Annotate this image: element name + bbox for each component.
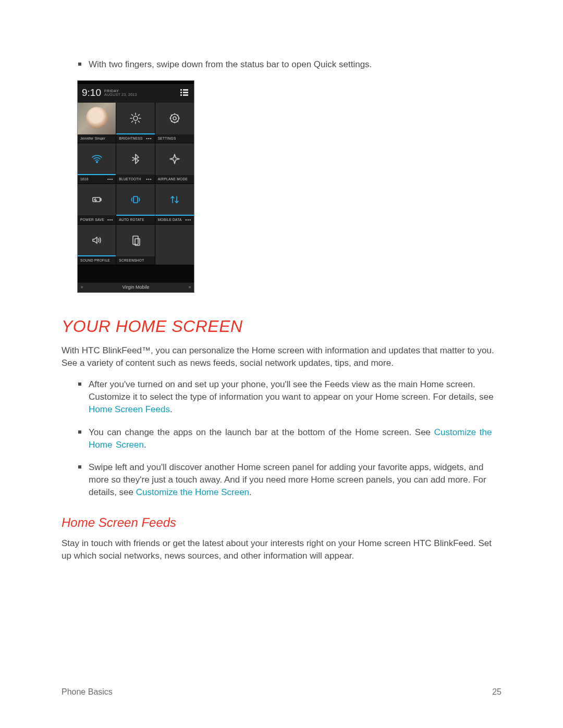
section1-paragraph: With HTC BlinkFeed™, you can personalize… <box>62 344 501 369</box>
bullet3-text-post: . <box>249 487 252 497</box>
qs-tile-label: BLUETOOTH <box>119 177 141 181</box>
avatar <box>86 107 108 129</box>
qs-tile-label: SOUND PROFILE <box>80 258 110 262</box>
list-icon[interactable] <box>180 89 189 97</box>
qs-tile-label: AUTO ROTATE <box>119 218 144 221</box>
qs-tile-wifi[interactable]: 1616••• <box>78 143 116 184</box>
more-dots-icon[interactable]: ••• <box>186 217 191 222</box>
more-dots-icon[interactable]: ••• <box>146 177 152 181</box>
bullet2-text-post: . <box>144 440 146 450</box>
svg-rect-12 <box>93 198 100 202</box>
svg-line-7 <box>131 121 132 122</box>
qs-tile-label: SETTINGS <box>158 137 176 140</box>
intro-bullet-text: With two fingers, swipe down from the st… <box>89 58 372 71</box>
sound-icon <box>91 225 103 256</box>
qs-tile-label: AIRPLANE MODE <box>158 177 188 181</box>
more-dots-icon[interactable]: ••• <box>146 136 152 141</box>
section1-bullet-3: Swipe left and you'll discover another H… <box>78 461 501 498</box>
rotate-icon <box>129 184 142 216</box>
airplane-icon <box>168 143 181 175</box>
qs-tile-label: 1616 <box>80 177 89 181</box>
svg-rect-14 <box>133 196 138 203</box>
more-dots-icon[interactable]: ••• <box>107 177 113 181</box>
section1-bullet-2: You can change the apps on the launch ba… <box>78 426 501 451</box>
svg-point-9 <box>173 117 176 120</box>
bullet1-text-post: . <box>170 404 173 414</box>
phone-time: 9:10 <box>82 87 101 98</box>
phone-date: AUGUST 23, 2013 <box>104 93 137 96</box>
wifi-icon <box>91 143 103 175</box>
svg-line-6 <box>138 121 139 122</box>
svg-line-5 <box>131 114 132 115</box>
more-dots-icon[interactable]: ••• <box>107 217 113 222</box>
qs-tile-brightness[interactable]: BRIGHTNESS••• <box>116 103 155 143</box>
qs-tile-label: SCREENSHOT <box>119 258 144 262</box>
svg-point-10 <box>170 114 179 122</box>
footer-section: Phone Basics <box>62 687 113 697</box>
carrier-row: Virgin Mobile <box>78 282 194 292</box>
bullet-marker <box>78 382 81 386</box>
page-footer: Phone Basics 25 <box>62 687 501 697</box>
section2-paragraph: Stay in touch with friends or get the la… <box>62 537 501 562</box>
qs-tile-settings[interactable]: SETTINGS <box>155 103 194 143</box>
bullet-marker <box>78 63 81 66</box>
qs-tile-label: MOBILE DATA <box>158 218 182 221</box>
qs-tile-empty <box>155 225 194 265</box>
qs-tile-sound[interactable]: SOUND PROFILE <box>78 225 116 265</box>
quick-settings-screenshot: 9:10 FRIDAY AUGUST 23, 2013 Jennifer Sin… <box>77 80 501 293</box>
qs-tile-profile[interactable]: Jennifer Singer <box>78 103 116 143</box>
qs-empty-row <box>78 265 194 282</box>
mobiledata-icon <box>168 184 181 215</box>
bullet-marker <box>78 465 81 468</box>
brightness-icon <box>129 103 142 134</box>
screenshot-icon <box>129 225 142 256</box>
settings-icon <box>168 103 181 134</box>
section-title-home-screen: YOUR HOME SCREEN <box>62 317 501 336</box>
svg-rect-15 <box>133 236 138 244</box>
bullet1-text-pre: After you've turned on and set up your p… <box>89 379 494 402</box>
svg-rect-13 <box>100 199 101 201</box>
qs-tile-label: BRIGHTNESS <box>119 137 142 140</box>
bluetooth-icon <box>129 143 142 175</box>
svg-point-11 <box>96 161 97 163</box>
bullet2-text-pre: You can change the apps on the launch ba… <box>89 427 434 437</box>
intro-bullet: With two fingers, swipe down from the st… <box>78 58 501 71</box>
footer-page-number: 25 <box>492 687 501 697</box>
svg-line-8 <box>138 114 139 115</box>
phone-header: 9:10 FRIDAY AUGUST 23, 2013 <box>78 84 194 103</box>
qs-tile-label: Jennifer Singer <box>80 137 105 140</box>
qs-tile-rotate[interactable]: AUTO ROTATE <box>116 184 155 225</box>
qs-tile-mobiledata[interactable]: MOBILE DATA••• <box>155 184 194 225</box>
phone-day: FRIDAY <box>104 89 137 93</box>
powersave-icon <box>91 184 103 215</box>
carrier-label: Virgin Mobile <box>123 285 150 290</box>
qs-tile-airplane[interactable]: AIRPLANE MODE <box>155 143 194 184</box>
link-customize-home-screen-2[interactable]: Customize the Home Screen <box>136 487 249 497</box>
bullet-marker <box>78 430 81 434</box>
section1-bullet-1: After you've turned on and set up your p… <box>78 378 501 415</box>
svg-point-0 <box>133 116 138 120</box>
qs-tile-bluetooth[interactable]: BLUETOOTH••• <box>116 143 155 184</box>
qs-tile-label: POWER SAVE <box>80 218 104 221</box>
qs-tile-powersave[interactable]: POWER SAVE••• <box>78 184 116 225</box>
qs-tile-screenshot[interactable]: SCREENSHOT <box>116 225 155 265</box>
link-home-screen-feeds[interactable]: Home Screen Feeds <box>89 404 170 414</box>
section-title-home-screen-feeds: Home Screen Feeds <box>62 515 501 530</box>
